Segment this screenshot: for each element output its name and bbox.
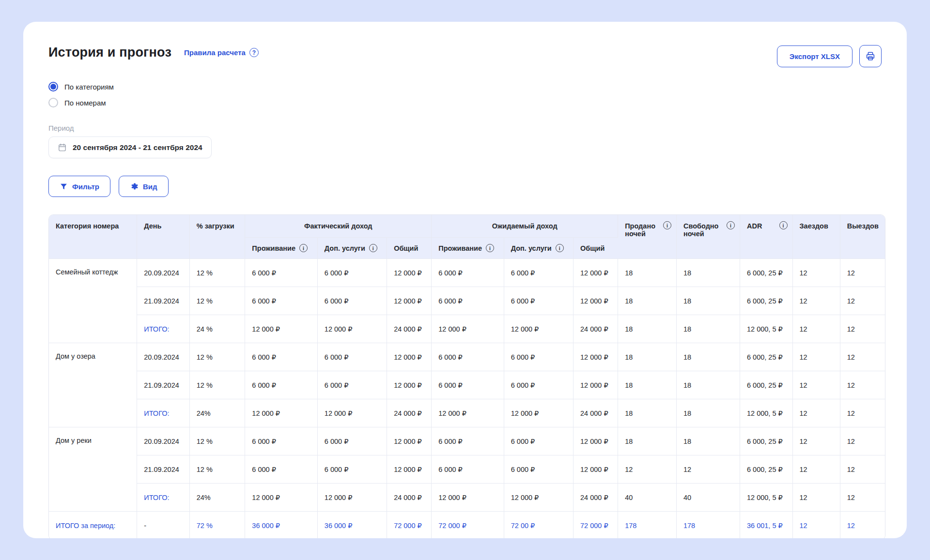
page-title: История и прогноз [48,45,171,60]
cell-fact_total: 12 000 ₽ [387,371,432,399]
col-header-exp-services: Доп. услуги i [504,238,574,259]
cell-adr: 6 000, 25 ₽ [740,287,793,315]
group-total-row: ИТОГО:24%12 000 ₽12 000 ₽24 000 ₽12 000 … [49,484,885,512]
info-icon[interactable]: i [727,221,735,229]
table-row: Дом у реки20.09.202412 %6 000 ₽6 000 ₽12… [49,427,885,455]
cell-sold: 178 [618,512,677,538]
cell-checkouts: 12 [840,371,885,399]
cell-checkouts: 12 [840,343,885,371]
calculation-rules-label: Правила расчета [184,48,246,57]
col-header-adr-label: ADR [747,222,762,230]
cell-day: ИТОГО: [137,484,190,512]
cell-checkins: 12 [793,484,840,512]
cell-fact_living: 12 000 ₽ [245,484,317,512]
cell-exp_services: 6 000 ₽ [504,455,574,484]
cell-free: 18 [677,399,740,427]
cell-adr: 36 001, 5 ₽ [740,512,793,538]
table-row: 21.09.202412 %6 000 ₽6 000 ₽12 000 ₽6 00… [49,371,885,399]
cell-checkouts: 12 [840,287,885,315]
help-icon[interactable]: ? [249,48,259,57]
cell-checkouts: 12 [840,315,885,343]
cell-checkouts: 12 [840,484,885,512]
col-header-category: Категория номера [49,215,137,259]
period-date-range-field[interactable]: 20 сентября 2024 - 21 сентбря 2024 [48,136,212,158]
cell-exp_total: 12 000 ₽ [574,427,618,455]
export-xlsx-button[interactable]: Экспорт XLSX [777,45,852,67]
period-block: Период 20 сентября 2024 - 21 сентбря 202… [48,124,882,158]
cell-free: 12 [677,455,740,484]
cell-fact_living: 12 000 ₽ [245,399,317,427]
col-header-adr: ADR i [740,215,793,259]
category-cell: Дом у реки [49,427,137,512]
cell-exp_living: 6 000 ₽ [432,287,504,315]
cell-load: 12 % [190,371,246,399]
cell-checkouts: 12 [840,455,885,484]
cell-exp_living: 6 000 ₽ [432,371,504,399]
cell-exp_total: 12 000 ₽ [574,343,618,371]
cell-fact_services: 6 000 ₽ [318,259,387,287]
col-header-fact-living: Проживание i [245,238,317,259]
cell-fact_living: 12 000 ₽ [245,315,317,343]
cell-day: 20.09.2024 [137,427,190,455]
cell-fact_services: 6 000 ₽ [318,455,387,484]
cell-checkouts: 12 [840,259,885,287]
info-icon[interactable]: i [299,244,308,252]
cell-sold: 18 [618,259,677,287]
info-icon[interactable]: i [486,244,494,252]
radio-unselected-icon[interactable] [48,98,58,107]
col-header-checkouts: Выездов [840,215,885,259]
cell-load: 72 % [190,512,246,538]
grouping-radio-group: По категориям По номерам [48,82,882,107]
info-icon[interactable]: i [556,244,564,252]
cell-day: 20.09.2024 [137,259,190,287]
col-header-exp-total: Общий [574,238,618,259]
cell-sold: 12 [618,455,677,484]
filter-button[interactable]: Фильтр [48,176,110,197]
table-row: Дом у озера20.09.202412 %6 000 ₽6 000 ₽1… [49,343,885,371]
calculation-rules-link[interactable]: Правила расчета ? [184,48,259,57]
cell-checkins: 12 [793,259,840,287]
cell-adr: 6 000, 25 ₽ [740,259,793,287]
cell-exp_total: 24 000 ₽ [574,399,618,427]
grand-total-label: ИТОГО за период: [49,512,137,538]
cell-fact_services: 12 000 ₽ [318,399,387,427]
radio-by-rooms[interactable]: По номерам [48,98,106,107]
cell-free: 18 [677,427,740,455]
cell-day: 21.09.2024 [137,371,190,399]
page-header: История и прогноз Правила расчета ? Эксп… [48,45,882,67]
radio-selected-icon[interactable] [48,82,58,91]
cell-adr: 6 000, 25 ₽ [740,371,793,399]
cell-exp_total: 12 000 ₽ [574,287,618,315]
cell-exp_living: 6 000 ₽ [432,427,504,455]
history-forecast-table: Категория номера День % загрузки Фактиче… [48,214,885,538]
cell-exp_services: 6 000 ₽ [504,371,574,399]
cell-load: 12 % [190,343,246,371]
print-button[interactable] [859,45,882,67]
table-row: 21.09.202412 %6 000 ₽6 000 ₽12 000 ₽6 00… [49,455,885,484]
cell-fact_services: 12 000 ₽ [318,315,387,343]
cell-sold: 18 [618,287,677,315]
col-header-load: % загрузки [190,215,246,259]
cell-fact_total: 12 000 ₽ [387,343,432,371]
radio-by-categories-label: По категориям [64,83,114,91]
cell-fact_services: 6 000 ₽ [318,343,387,371]
cell-checkins: 12 [793,512,840,538]
view-settings-button[interactable]: Вид [119,176,169,197]
info-icon[interactable]: i [779,221,788,229]
col-header-free-nights-label: Свободно ночей [683,222,719,238]
table-toolbar: Фильтр Вид [48,176,882,197]
cell-fact_living: 6 000 ₽ [245,427,317,455]
info-icon[interactable]: i [369,244,377,252]
radio-by-categories[interactable]: По категориям [48,82,114,91]
cell-sold: 18 [618,399,677,427]
cell-free: 18 [677,315,740,343]
cell-fact_total: 12 000 ₽ [387,427,432,455]
cell-day: 20.09.2024 [137,343,190,371]
col-header-free-nights: Свободно ночей i [677,215,740,259]
view-settings-button-label: Вид [143,182,157,191]
cell-exp_services: 12 000 ₽ [504,315,574,343]
info-icon[interactable]: i [663,221,671,229]
cell-checkins: 12 [793,427,840,455]
cell-day: ИТОГО: [137,315,190,343]
cell-fact_total: 24 000 ₽ [387,315,432,343]
